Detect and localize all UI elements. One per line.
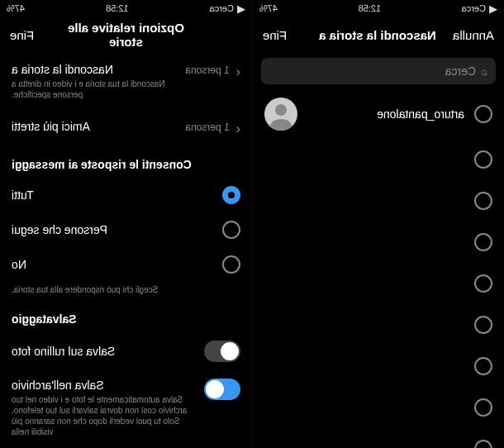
reply-option-off[interactable]: No bbox=[0, 247, 252, 282]
radio-unchecked[interactable] bbox=[474, 150, 492, 169]
status-back-label[interactable]: Cerca bbox=[462, 3, 486, 13]
close-friends-row[interactable]: ‹ 1 persona Amici più stretti bbox=[0, 110, 252, 146]
svg-point-0 bbox=[275, 104, 287, 116]
done-button[interactable]: Fine bbox=[10, 28, 50, 42]
close-friends-count: 1 persona bbox=[185, 120, 229, 133]
radio-unchecked[interactable] bbox=[474, 274, 492, 293]
list-item[interactable] bbox=[253, 387, 504, 428]
avatar bbox=[264, 98, 297, 131]
hide-story-count: 1 persona bbox=[185, 63, 229, 76]
contact-list[interactable]: arturo_pantalone bbox=[253, 89, 504, 448]
list-item[interactable] bbox=[253, 139, 504, 180]
page-title: Opzioni relative alle storie bbox=[50, 21, 202, 49]
save-header: Salvataggio bbox=[0, 301, 252, 332]
hide-story-title: Nascondi la storia a bbox=[12, 63, 178, 76]
options-content[interactable]: ‹ 1 persona Nascondi la storia a Nascond… bbox=[0, 53, 252, 448]
list-item[interactable] bbox=[253, 304, 504, 346]
close-friends-title: Amici più stretti bbox=[12, 120, 178, 133]
save-archive-title: Salva nell'archivio bbox=[12, 379, 196, 392]
replies-header: Consenti le risposte ai messaggi bbox=[0, 146, 252, 178]
save-archive-toggle[interactable] bbox=[204, 379, 240, 400]
nav-bar: Annulla Nascondi la storia a Fine bbox=[253, 17, 504, 53]
radio-unchecked[interactable] bbox=[474, 316, 492, 334]
replies-note: Scegli chi può rispondere alla tua stori… bbox=[0, 282, 252, 301]
list-item[interactable] bbox=[253, 346, 504, 387]
status-time: 12:58 bbox=[359, 3, 382, 13]
hide-story-panel: ◀ Cerca 12:58 47% Annulla Nascondi la st… bbox=[252, 0, 504, 448]
radio-unchecked[interactable] bbox=[474, 192, 492, 210]
radio-unchecked[interactable] bbox=[474, 440, 492, 448]
save-camera-roll-row[interactable]: Salva sul rullino foto bbox=[0, 332, 252, 370]
option-label: Salva sul rullino foto bbox=[12, 345, 115, 358]
reply-option-everyone[interactable]: Tutti bbox=[0, 178, 252, 212]
status-time: 12:58 bbox=[106, 3, 129, 13]
list-item[interactable] bbox=[253, 428, 504, 448]
hide-story-sub: Nascondi la tua storia e i video in dire… bbox=[12, 79, 178, 100]
cancel-button[interactable]: Annulla bbox=[453, 28, 494, 42]
story-options-panel: ◀ Cerca 12:58 47% Opzioni relative alle … bbox=[0, 0, 252, 448]
chevron-left-icon: ‹ bbox=[236, 63, 240, 79]
status-bar: ◀ Cerca 12:58 47% bbox=[253, 0, 504, 17]
option-label: Tutti bbox=[12, 188, 34, 202]
search-input[interactable]: ⌕ Cerca bbox=[261, 58, 496, 84]
contact-username: arturo_pantalone bbox=[307, 107, 464, 121]
status-battery: 47% bbox=[259, 3, 278, 13]
status-bar: ◀ Cerca 12:58 47% bbox=[0, 0, 252, 17]
radio-unchecked[interactable] bbox=[474, 105, 492, 123]
back-icon[interactable]: ◀ bbox=[237, 2, 245, 15]
hide-story-row[interactable]: ‹ 1 persona Nascondi la storia a Nascond… bbox=[0, 53, 252, 110]
option-label: No bbox=[12, 258, 26, 271]
search-placeholder: Cerca bbox=[445, 64, 476, 78]
radio-unchecked[interactable] bbox=[222, 221, 240, 239]
radio-unchecked[interactable] bbox=[474, 357, 492, 375]
chevron-left-icon: ‹ bbox=[236, 120, 240, 136]
save-archive-sub: Salva automaticamente le foto e i video … bbox=[12, 394, 196, 437]
save-archive-row[interactable]: Salva nell'archivio Salva automaticament… bbox=[0, 370, 252, 446]
list-item[interactable]: arturo_pantalone bbox=[253, 89, 504, 139]
back-icon[interactable]: ◀ bbox=[489, 2, 497, 15]
option-label: Persone che segui bbox=[12, 223, 107, 236]
status-back-label[interactable]: Cerca bbox=[210, 3, 234, 13]
radio-unchecked[interactable] bbox=[474, 233, 492, 251]
list-item[interactable] bbox=[253, 180, 504, 222]
list-item[interactable] bbox=[253, 263, 504, 304]
radio-unchecked[interactable] bbox=[222, 255, 240, 274]
save-camera-roll-toggle[interactable] bbox=[204, 341, 240, 362]
done-button[interactable]: Fine bbox=[263, 28, 302, 42]
nav-bar: Opzioni relative alle storie Fine bbox=[0, 17, 252, 53]
reply-option-following[interactable]: Persone che segui bbox=[0, 212, 252, 247]
radio-unchecked[interactable] bbox=[474, 398, 492, 417]
radio-selected[interactable] bbox=[222, 186, 240, 204]
list-item[interactable] bbox=[253, 222, 504, 263]
page-title: Nascondi la storia a bbox=[302, 28, 453, 42]
status-battery: 47% bbox=[7, 3, 25, 13]
search-icon: ⌕ bbox=[481, 64, 487, 78]
